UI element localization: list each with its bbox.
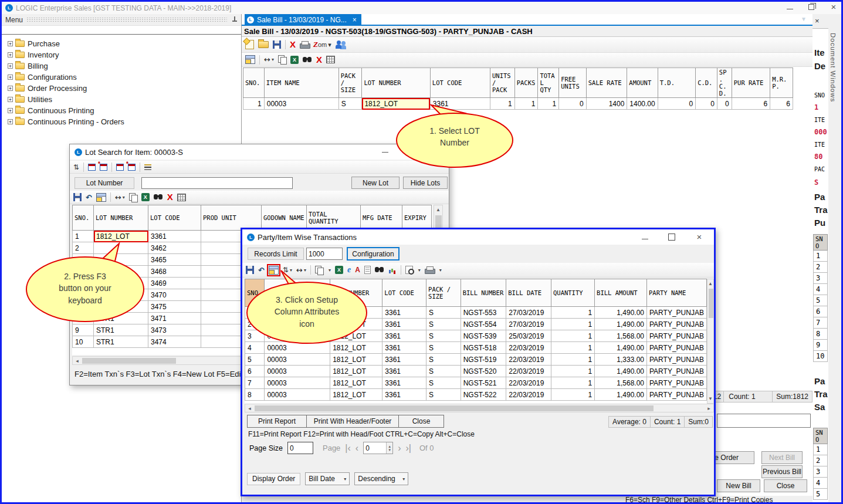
column-header[interactable]: LOT NUMBER — [94, 205, 148, 231]
cell[interactable]: 00003 — [265, 377, 330, 389]
cell[interactable]: 3462 — [148, 242, 201, 254]
column-header[interactable]: GODOWN NAME — [262, 205, 307, 231]
cell[interactable]: PARTY_PUNJAB — [647, 389, 707, 401]
sidebar-item-utilities[interactable]: +Utilities — [4, 94, 239, 105]
cell[interactable]: STR1 — [94, 324, 148, 336]
expand-icon[interactable]: + — [8, 108, 13, 113]
users-icon[interactable] — [336, 40, 346, 49]
cell[interactable]: 3361 — [382, 330, 426, 342]
cell[interactable]: 22/03/2019 — [506, 389, 551, 401]
cell[interactable]: 1,333.00 — [595, 354, 647, 366]
find-icon[interactable] — [303, 57, 312, 63]
expand-icon[interactable]: + — [8, 97, 13, 102]
open-icon[interactable] — [258, 41, 269, 48]
column-header[interactable]: PACKS — [514, 68, 538, 98]
party-close-button[interactable]: × — [695, 233, 703, 241]
cell[interactable]: 1812_LOT — [330, 354, 382, 366]
cell[interactable]: S — [426, 307, 461, 319]
cell[interactable]: 3470 — [148, 289, 201, 301]
column-header[interactable]: SNO — [814, 428, 828, 444]
column-header[interactable]: PROD UNIT — [201, 205, 262, 231]
column-header[interactable]: SNO. — [73, 205, 94, 231]
table-row[interactable]: 5 — [814, 295, 828, 306]
cell[interactable]: 3361 — [382, 342, 426, 354]
cell[interactable]: 0 — [717, 98, 732, 110]
cell[interactable]: S — [426, 377, 461, 389]
column-header[interactable]: SNO. — [243, 68, 265, 98]
excel-export-icon[interactable]: X — [141, 193, 150, 201]
column-header[interactable]: AMOUNT — [627, 68, 658, 98]
cell[interactable]: PARTY_PUNJAB — [647, 319, 707, 330]
cell[interactable]: 6 — [245, 366, 265, 377]
cell[interactable]: 00003 — [264, 98, 338, 110]
table-row[interactable]: 5000031812_LOT3361SNGST-51922/03/201911,… — [245, 354, 707, 366]
sidebar-item-order-processing[interactable]: +Order Processing — [4, 83, 239, 94]
save-icon[interactable] — [73, 193, 82, 201]
cell[interactable]: S — [426, 342, 461, 354]
cell[interactable]: 00003 — [265, 389, 330, 401]
cell[interactable]: S — [426, 354, 461, 366]
cell[interactable]: 3473 — [148, 324, 201, 336]
cell[interactable]: 8 — [245, 389, 265, 401]
column-header[interactable]: PACK / SIZE — [338, 68, 362, 98]
column-header[interactable]: SNO — [814, 235, 828, 251]
party-grid-hscrollbar[interactable]: ◂ ▸ — [245, 404, 714, 412]
excel-export-icon[interactable]: X — [290, 56, 299, 64]
spinner-arrows-icon[interactable]: ▲▼ — [386, 442, 392, 454]
page-size-input[interactable] — [287, 442, 313, 454]
cell[interactable]: 10 — [814, 351, 828, 362]
cell[interactable]: 3468 — [148, 266, 201, 278]
close-bill-button[interactable]: Close — [764, 479, 807, 492]
cell[interactable]: 1 — [814, 251, 828, 262]
setup-column-attributes-icon[interactable] — [96, 193, 106, 202]
cell[interactable]: 1 — [551, 389, 595, 401]
save-icon[interactable] — [273, 40, 281, 49]
cell[interactable]: 1 — [551, 342, 595, 354]
previous-bill-button[interactable]: Previous Bill — [761, 465, 803, 478]
tab-sale-bill[interactable]: L Sale Bill - 13/03/2019 - NG... × — [245, 14, 361, 25]
cell[interactable]: 1 — [551, 319, 595, 330]
column-width-icon[interactable]: ↔▾ — [115, 193, 125, 202]
cell[interactable]: 0 — [696, 98, 717, 110]
copy-icon[interactable] — [129, 193, 137, 202]
print-with-header-footer-button[interactable]: Print With Header/Footer — [306, 415, 399, 428]
setup-column-attributes-icon[interactable] — [245, 55, 255, 64]
cell[interactable]: 1,490.00 — [595, 307, 647, 319]
print-icon[interactable] — [425, 266, 434, 274]
cell[interactable]: 3469 — [148, 278, 201, 289]
cell[interactable]: 9 — [73, 324, 94, 336]
cell[interactable]: 1400 — [586, 98, 627, 110]
cell[interactable]: 22/03/2019 — [506, 342, 551, 354]
table-row[interactable]: 8000031812_LOT3361SNGST-52222/03/201911,… — [245, 389, 707, 401]
table-row[interactable]: 7000031812_LOT3361SNGST-52122/03/201911,… — [245, 377, 707, 389]
cell[interactable]: 1 — [551, 366, 595, 377]
chart-icon[interactable] — [388, 266, 397, 273]
column-header[interactable]: LOT CODE — [148, 205, 201, 231]
zoom-dropdown[interactable]: Zom▾ — [313, 40, 331, 49]
table-row[interactable]: 2 — [814, 262, 828, 273]
cell[interactable]: 1 — [243, 98, 265, 110]
list-icon[interactable] — [144, 164, 153, 171]
expand-icon[interactable]: + — [8, 75, 13, 80]
cell[interactable]: 3 — [814, 273, 828, 284]
cell[interactable]: STR1 — [94, 336, 148, 348]
expand-icon[interactable]: + — [8, 41, 13, 46]
column-header[interactable]: MFG DATE — [361, 205, 402, 231]
cell[interactable]: 2 — [814, 262, 828, 273]
cell[interactable]: 3361 — [382, 389, 426, 401]
cell[interactable]: S — [426, 389, 461, 401]
sidebar-item-purchase[interactable]: +Purchase — [4, 38, 239, 49]
grid-icon[interactable] — [326, 56, 335, 63]
cell[interactable]: 00003 — [265, 366, 330, 377]
table-row[interactable]: 8 — [814, 329, 828, 340]
table-row[interactable]: 1 — [814, 444, 828, 455]
cell[interactable]: 5 — [814, 489, 828, 500]
page-spinner[interactable]: ▲▼ — [363, 442, 393, 454]
sort-icon[interactable]: ⇅ — [73, 163, 79, 171]
column-header[interactable]: LOT CODE — [382, 279, 426, 307]
cell[interactable]: 1 — [551, 354, 595, 366]
document-windows-tab[interactable]: Document Windows — [830, 33, 837, 102]
table-row[interactable]: 10 — [814, 351, 828, 362]
cell[interactable]: S — [426, 330, 461, 342]
party-maximize-button[interactable] — [668, 234, 675, 241]
